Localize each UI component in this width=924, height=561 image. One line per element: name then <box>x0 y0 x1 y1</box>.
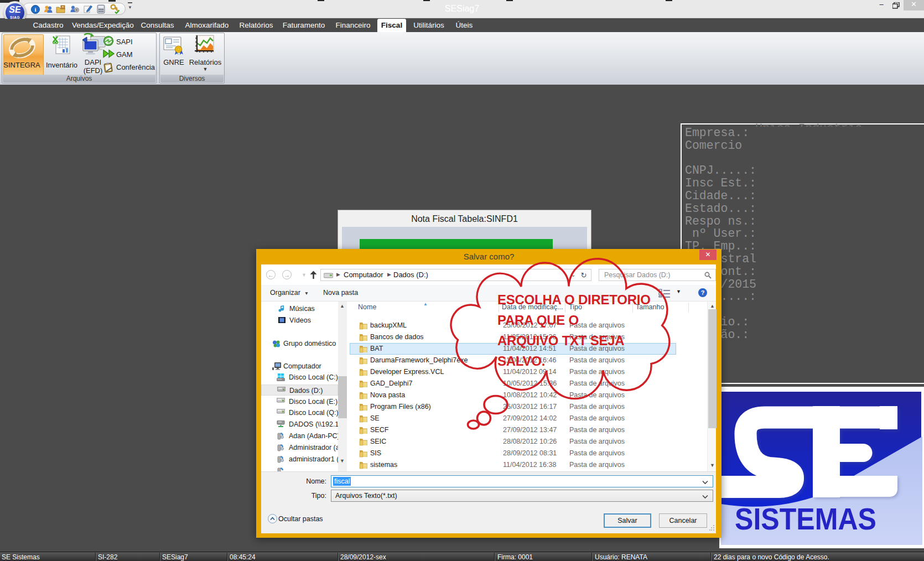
svg-text:SISTEMAS: SISTEMAS <box>735 502 876 536</box>
svg-text:i: i <box>34 6 36 13</box>
